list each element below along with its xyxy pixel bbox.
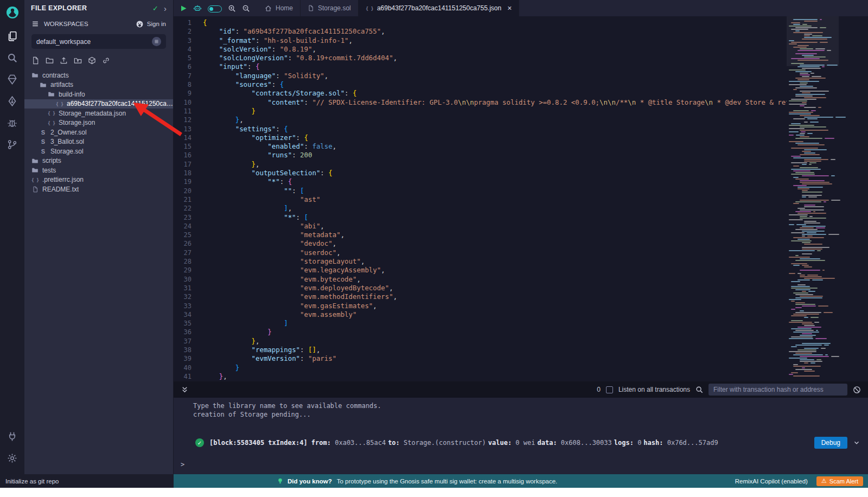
code-line[interactable]: 29 "evm.legacyAssembly", — [174, 266, 787, 275]
import-url-button[interactable] — [102, 56, 110, 65]
code-line[interactable]: 8 "sources": { — [174, 80, 787, 89]
code-line[interactable]: 12 }, — [174, 116, 787, 124]
file-tree-item[interactable]: README.txt — [24, 184, 173, 194]
upload-file-button[interactable] — [60, 56, 68, 65]
code-line[interactable]: 26 "devdoc", — [174, 239, 787, 248]
file-tree-item[interactable]: S3_Ballot.sol — [24, 137, 173, 147]
code-line[interactable]: 19 "*": { — [174, 177, 787, 186]
code-line[interactable]: 37 }, — [174, 337, 787, 346]
code-line[interactable]: 16 "runs": 200 — [174, 151, 787, 160]
sidebar-item-file-explorer[interactable] — [0, 25, 24, 47]
code-line[interactable]: 30 "evm.bytecode", — [174, 275, 787, 284]
check-icon[interactable]: ✓ — [152, 4, 158, 12]
terminal[interactable]: Type the library name to see available c… — [174, 398, 868, 474]
code-editor[interactable]: 1{2 "id": "a69b43f277ba20fcac141151250ca… — [174, 16, 868, 381]
code-line[interactable]: 41 }, — [174, 372, 787, 381]
expand-transaction-icon[interactable] — [853, 439, 860, 447]
workspace-options-icon[interactable] — [152, 37, 161, 46]
code-line[interactable]: 15 "enabled": false, — [174, 142, 787, 151]
git-init-status-item[interactable]: Initialize as git repo — [0, 474, 174, 488]
code-line[interactable]: 24 "abi", — [174, 222, 787, 231]
transaction-filter-input[interactable] — [709, 384, 847, 396]
code-line[interactable]: 9 "contracts/Storage.sol": { — [174, 89, 787, 98]
workspace-selector[interactable]: default_workspace — [31, 34, 166, 49]
code-line[interactable]: 34 "evm.assembly" — [174, 310, 787, 319]
code-line[interactable]: 6 "input": { — [174, 62, 787, 71]
file-tree-item[interactable]: { }a69b43f277ba20fcac141151250ca7... — [24, 99, 173, 109]
expand-terminal-icon[interactable] — [181, 386, 189, 394]
code-line[interactable]: 2 "id": "a69b43f277ba20fcac141151250ca75… — [174, 27, 787, 36]
file-tree-item[interactable]: scripts — [24, 156, 173, 166]
code-line[interactable]: 39 "evmVersion": "paris" — [174, 354, 787, 363]
code-line[interactable]: 17 }, — [174, 160, 787, 169]
code-line[interactable]: 25 "metadata", — [174, 231, 787, 239]
code-line[interactable]: 14 "optimizer": { — [174, 133, 787, 142]
code-line[interactable]: 3 "_format": "hh-sol-build-info-1", — [174, 36, 787, 45]
code-line[interactable]: 32 "evm.methodIdentifiers", — [174, 292, 787, 301]
file-tree-item[interactable]: artifacts — [24, 80, 173, 90]
scam-alert-button[interactable]: ⚠ Scam Alert — [816, 476, 863, 486]
new-folder-button[interactable] — [46, 56, 54, 65]
upload-folder-button[interactable] — [74, 56, 82, 65]
tab-home[interactable]: Home — [258, 0, 301, 16]
file-tree: contractsartifactsbuild-info{ }a69b43f27… — [24, 71, 173, 194]
code-line[interactable]: 33 "evm.gasEstimates", — [174, 302, 787, 310]
sidebar-item-git[interactable] — [0, 133, 24, 155]
file-tree-item[interactable]: contracts — [24, 71, 173, 80]
file-tree-item[interactable]: build-info — [24, 90, 173, 99]
code-line[interactable]: 20 "": [ — [174, 187, 787, 195]
minimap[interactable] — [787, 16, 839, 381]
remix-logo[interactable] — [0, 0, 24, 25]
code-line[interactable]: 40 } — [174, 364, 787, 372]
code-line[interactable]: 36 } — [174, 328, 787, 336]
code-line[interactable]: 7 "language": "Solidity", — [174, 72, 787, 80]
publish-ipfs-button[interactable] — [88, 56, 96, 65]
file-tree-item[interactable]: { }Storage_metadata.json — [24, 109, 173, 118]
code-line[interactable]: 38 "remappings": [], — [174, 346, 787, 354]
sidebar-item-solidity-compiler[interactable] — [0, 68, 24, 90]
code-line[interactable]: 35 ] — [174, 319, 787, 328]
ai-copilot-button[interactable] — [193, 4, 202, 12]
code-line[interactable]: 31 "evm.deployedBytecode", — [174, 284, 787, 292]
code-line[interactable]: 18 "outputSelection": { — [174, 169, 787, 177]
copilot-status-item[interactable]: RemixAI Copilot (enabled) — [735, 478, 808, 485]
code-line[interactable]: 4 "solcVersion": "0.8.19", — [174, 45, 787, 54]
code-line[interactable]: 27 "userdoc", — [174, 248, 787, 257]
terminal-prompt[interactable]: > — [174, 460, 868, 469]
sidebar-item-search[interactable] — [0, 47, 24, 68]
code-line[interactable]: 23 "*": [ — [174, 213, 787, 222]
debug-button[interactable]: Debug — [814, 437, 847, 449]
new-file-button[interactable] — [31, 56, 40, 65]
clear-console-icon[interactable] — [853, 386, 861, 394]
file-tree-item[interactable]: tests — [24, 165, 173, 175]
listen-all-transactions-label[interactable]: Listen on all transactions — [618, 386, 690, 393]
code-line[interactable]: 22 ], — [174, 204, 787, 213]
sign-in-button[interactable]: Sign in — [136, 20, 166, 28]
file-tree-item[interactable]: SStorage.sol — [24, 146, 173, 156]
code-line[interactable]: 11 } — [174, 107, 787, 116]
tab-storage-sol[interactable]: Storage.sol — [301, 0, 359, 16]
sidebar-item-debugger[interactable] — [0, 112, 24, 133]
tab-a69b43f277ba20fcac141151250ca755-json[interactable]: { }a69b43f277ba20fcac141151250ca755.json… — [359, 0, 520, 16]
chevron-right-icon[interactable]: › — [164, 4, 167, 12]
code-line[interactable]: 21 "ast" — [174, 195, 787, 204]
zoom-out-button[interactable] — [242, 4, 250, 12]
code-line[interactable]: 5 "solcLongVersion": "0.8.19+commit.7dd6… — [174, 54, 787, 62]
file-tree-item[interactable]: { }Storage.json — [24, 118, 173, 128]
hamburger-menu-icon[interactable] — [31, 20, 39, 28]
close-icon[interactable]: × — [507, 4, 512, 12]
code-line[interactable]: 10 "content": "// SPDX-License-Identifie… — [174, 98, 787, 107]
transaction-log-row[interactable]: ✓ [block:5583405 txIndex:4] from: 0xa03.… — [174, 434, 868, 451]
file-tree-item[interactable]: S2_Owner.sol — [24, 128, 173, 137]
code-line[interactable]: 28 "storageLayout", — [174, 257, 787, 266]
sidebar-item-settings[interactable] — [0, 447, 24, 469]
code-line[interactable]: 13 "settings": { — [174, 125, 787, 133]
code-line[interactable]: 1{ — [174, 18, 787, 27]
sidebar-item-plugin-manager[interactable] — [0, 425, 24, 447]
sidebar-item-deploy-run[interactable] — [0, 90, 24, 112]
copilot-toggle[interactable] — [208, 3, 222, 13]
zoom-in-button[interactable] — [228, 4, 236, 12]
run-script-button[interactable] — [180, 5, 187, 12]
listen-all-transactions-checkbox[interactable] — [606, 386, 613, 393]
file-tree-item[interactable]: { }.prettierrc.json — [24, 175, 173, 185]
